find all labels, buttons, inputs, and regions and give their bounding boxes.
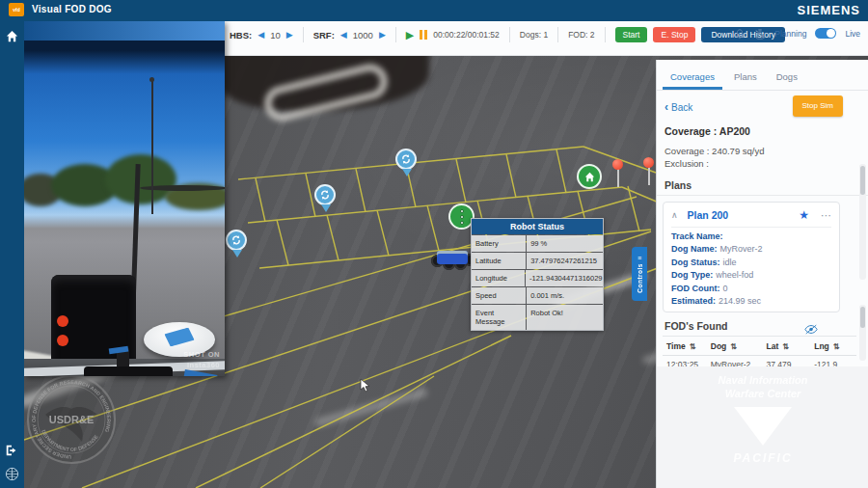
play-icon[interactable]: ▶ xyxy=(406,30,414,41)
plan-field: Track Name: xyxy=(671,231,831,241)
plan-title[interactable]: Plan 200 xyxy=(688,209,800,221)
srf-decrement-button[interactable]: ◀ xyxy=(340,31,347,40)
app-logo: vfd xyxy=(9,3,24,16)
plan-menu-icon[interactable]: ⋯ xyxy=(821,209,831,222)
robot-status-popup: Robot Status Battery 99 % Latitude 37.47… xyxy=(471,218,604,331)
plan-card: ∧ Plan 200 ★ ⋯ Track Name: Dog Name:MyRo… xyxy=(663,202,840,312)
status-row: Latitude 37.47976247261215 xyxy=(472,253,603,269)
status-value: -121.94304471316029 xyxy=(526,270,603,286)
plan-field: Dog Status:idle xyxy=(671,258,831,267)
sync-waypoint-marker[interactable] xyxy=(226,230,249,258)
camera-watermark: SHOT ON xyxy=(183,350,220,359)
hbs-value: 10 xyxy=(270,30,281,41)
status-label: Latitude xyxy=(472,253,526,269)
divider xyxy=(605,27,606,42)
star-icon[interactable]: ★ xyxy=(799,208,809,222)
hbs-increment-button[interactable]: ▶ xyxy=(286,31,293,40)
status-value: 0.001 m/s. xyxy=(527,287,603,304)
globe-icon[interactable] xyxy=(5,467,19,481)
flask-icon[interactable] xyxy=(754,27,766,40)
home-base-marker[interactable] xyxy=(577,164,602,189)
sort-icon[interactable]: ⇅ xyxy=(833,342,840,351)
tab-coverages[interactable]: Coverages xyxy=(663,68,722,90)
status-label: Event Message xyxy=(472,305,526,330)
status-value: Robot Ok! xyxy=(527,305,603,330)
home-icon xyxy=(583,171,596,183)
fod-count: FOD: 2 xyxy=(568,30,594,40)
sync-icon xyxy=(314,184,336,205)
panel-scrollbar[interactable] xyxy=(859,164,866,280)
menu-icon: ≡ xyxy=(637,255,641,261)
coverage-area: Coverage : 240.79 sq/yd xyxy=(657,145,868,157)
divider xyxy=(557,27,558,42)
tab-plans[interactable]: Plans xyxy=(726,68,765,90)
right-panel: Coverages Plans Dogs ‹Back Stop Sim Cove… xyxy=(656,60,868,488)
tab-dogs[interactable]: Dogs xyxy=(769,68,805,90)
usdre-watermark-seal: UNDER SECRETARY OF DEFENSE FOR RESEARCH … xyxy=(26,374,117,465)
niwc-pacific-label: PACIFIC xyxy=(733,451,792,465)
status-row: Longitude -121.94304471316029 xyxy=(472,270,603,286)
sync-waypoint-marker[interactable] xyxy=(314,184,338,213)
start-button[interactable]: Start xyxy=(615,27,648,43)
controls-tab-label: Controls xyxy=(637,263,643,293)
niwc-watermark: Naval InformationWarfare Center PACIFIC xyxy=(657,366,868,488)
plans-section-header: Plans xyxy=(657,170,868,196)
plan-field: Estimated:214.99 sec xyxy=(671,296,831,306)
bell-icon[interactable] xyxy=(734,27,746,40)
status-row: Battery 99 % xyxy=(472,235,603,252)
status-value: 37.47976247261215 xyxy=(527,253,603,269)
status-label: Longitude xyxy=(472,270,525,286)
coverage-name: Coverage : AP200 xyxy=(657,123,868,139)
planning-live-toggle[interactable] xyxy=(815,28,836,39)
controls-tab[interactable]: ≡ Controls xyxy=(632,247,647,301)
camera-feed-panel[interactable]: SHOT ON Insta360 xyxy=(24,21,225,376)
plan-field: FOD Count:0 xyxy=(671,284,831,293)
estop-button[interactable]: E. Stop xyxy=(653,27,695,43)
hbs-label: HBS: xyxy=(230,30,252,41)
srf-label: SRF: xyxy=(313,30,335,41)
siemens-logo: SIEMENS xyxy=(797,3,860,17)
dogs-count: Dogs: 1 xyxy=(520,30,548,40)
page-title: Visual FOD DOG xyxy=(32,4,112,14)
fods-found-header: FOD's Found xyxy=(665,320,804,332)
rover-3d-model[interactable] xyxy=(429,241,475,274)
logout-icon[interactable] xyxy=(5,444,19,458)
red-flag-pin[interactable] xyxy=(643,157,655,186)
top-header: vfd Visual FOD DOG SIEMENS xyxy=(0,0,868,21)
sync-icon xyxy=(395,149,417,170)
mouse-cursor xyxy=(360,378,371,393)
srf-value: 1000 xyxy=(353,30,373,41)
sort-icon[interactable]: ⇅ xyxy=(690,342,696,351)
red-flag-pin[interactable] xyxy=(612,159,624,188)
plan-field: Dog Name:MyRover-2 xyxy=(671,244,831,254)
mission-timer: 00:00:22/00:01:52 xyxy=(433,30,500,40)
home-icon[interactable] xyxy=(5,29,19,43)
sync-icon xyxy=(226,230,247,251)
pause-icon[interactable] xyxy=(420,30,427,40)
left-sidebar xyxy=(0,21,24,488)
status-row: Speed 0.001 m/s. xyxy=(472,287,603,304)
plan-field: Dog Type:wheel-fod xyxy=(671,270,831,280)
srf-increment-button[interactable]: ▶ xyxy=(379,31,386,40)
svg-text:USDR&E: USDR&E xyxy=(49,414,94,425)
sync-waypoint-marker[interactable] xyxy=(395,149,419,177)
collapse-chevron-icon[interactable]: ∧ xyxy=(671,210,678,220)
table-scrollbar[interactable] xyxy=(859,305,866,361)
sort-icon[interactable]: ⇅ xyxy=(730,342,737,351)
stop-sim-button[interactable]: Stop Sim xyxy=(793,95,843,117)
back-chevron-icon: ‹ xyxy=(665,100,668,114)
camera-panel-header xyxy=(24,21,225,41)
niwc-logo-triangle xyxy=(734,407,792,446)
back-link[interactable]: ‹Back xyxy=(665,100,692,114)
sort-icon[interactable]: ⇅ xyxy=(782,342,789,351)
hbs-decrement-button[interactable]: ◀ xyxy=(258,31,264,40)
live-label: Live xyxy=(845,29,860,39)
eye-slash-icon[interactable] xyxy=(804,321,818,332)
exclusion: Exclusion : xyxy=(657,157,868,170)
status-row: Event Message Robot Ok! xyxy=(472,305,603,330)
divider xyxy=(303,27,304,42)
planning-label: Planning xyxy=(774,29,806,39)
camera-photo: SHOT ON Insta360 xyxy=(24,41,225,376)
camera-watermark-device: Insta360 xyxy=(187,361,220,369)
app-window: vfd Visual FOD DOG SIEMENS HBS: ◀ 10 ▶ S… xyxy=(0,0,868,488)
